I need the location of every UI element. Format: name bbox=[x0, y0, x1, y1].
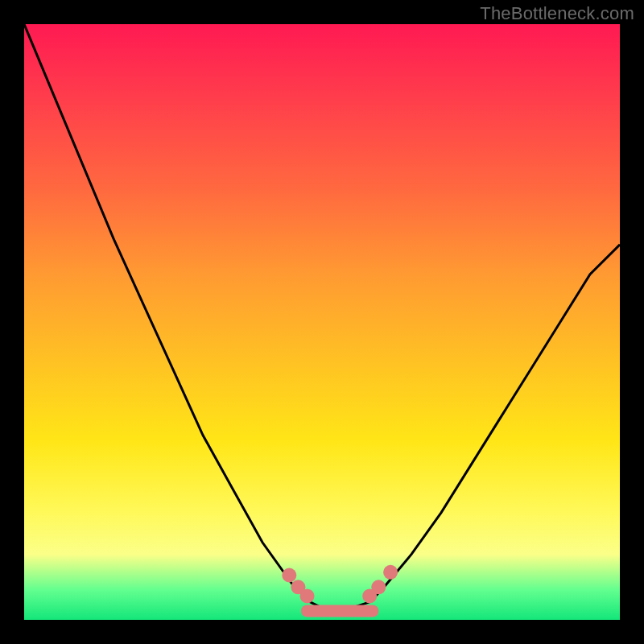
curve-marker bbox=[282, 568, 296, 583]
curve-markers-left bbox=[282, 568, 314, 604]
chart-frame: TheBottleneck.com bbox=[0, 0, 644, 644]
chart-plot-area bbox=[24, 24, 620, 620]
curve-marker bbox=[383, 565, 398, 580]
curve-marker bbox=[371, 580, 386, 594]
chart-svg bbox=[24, 24, 620, 620]
watermark-text: TheBottleneck.com bbox=[480, 3, 634, 24]
bottleneck-curve bbox=[24, 24, 620, 608]
curve-marker bbox=[300, 588, 315, 603]
curve-markers-right bbox=[362, 565, 398, 604]
